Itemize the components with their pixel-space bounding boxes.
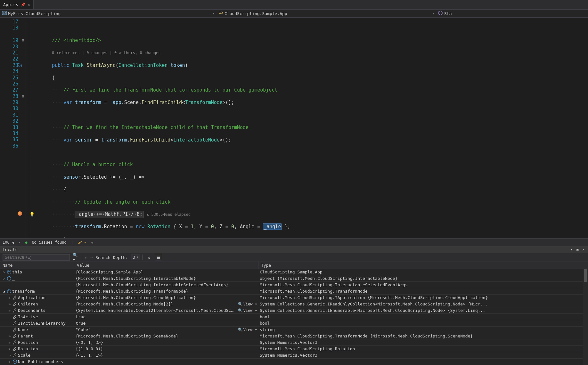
highlight-toggle-icon[interactable]: ▦ [155,254,162,261]
row-value: true [76,314,257,319]
brush-icon[interactable]: 🖌 ▾ [78,240,86,245]
row-type: System.Collections.Generic.IReadOnlyColl… [258,302,588,306]
tree-toggle-icon[interactable]: ⎋ [145,254,152,261]
row-name: Application [18,295,45,300]
locals-row[interactable]: ▷Non-Public members [0,359,588,365]
expander-icon[interactable]: ▷ [8,341,12,344]
locals-row[interactable]: ◢transform{Microsoft.Mesh.CloudScripting… [0,288,588,295]
expander-icon[interactable]: ▷ [8,360,12,363]
row-type: object {Microsoft.Mesh.CloudScripting.In… [258,276,588,281]
locals-row[interactable]: ▷Children{Microsoft.Mesh.CloudScripting.… [0,301,588,307]
wrench-icon [12,321,17,326]
expander-icon[interactable]: ▷ [8,309,12,312]
col-value-header[interactable]: Value [74,262,258,269]
locals-row[interactable]: ▷Application{Microsoft.Mesh.CloudScripti… [0,295,588,301]
pin-window-icon[interactable]: ▣ [576,247,580,252]
locals-row[interactable]: ▷this{CloudScripting.Sample.App}CloudScr… [0,269,588,275]
issues-text: No issues found [32,240,66,245]
locals-row[interactable]: ▷_{Microsoft.Mesh.CloudScripting.Interac… [0,275,588,282]
lightbulb-icon[interactable]: 💡 [29,211,35,217]
collapse-gutter[interactable]: ⊟ ⊟ [21,18,26,238]
locals-grid-header: Name Value Type [0,262,588,269]
locals-row[interactable]: ▷Parent{Microsoft.Mesh.CloudScripting.Sc… [0,333,588,339]
locals-row[interactable]: {Microsoft.Mesh.CloudScripting.Interacta… [0,282,588,288]
check-icon: ● [25,240,27,245]
wrench-icon [12,314,17,320]
locals-row[interactable]: ▷Position{<0, 1, 3>}System.Numerics.Vect… [0,339,588,346]
tab-bar: App.cs 📌 ✕ [0,0,588,10]
locals-row[interactable]: ▷Scale{<1, 1, 1>}System.Numerics.Vector3 [0,352,588,359]
col-name-header[interactable]: Name [0,262,74,269]
row-name: Descendants [18,308,45,313]
wrench-icon [12,302,17,307]
locals-row[interactable]: Name"Cube"🔍 View ▾string [0,327,588,333]
codelens[interactable]: 0 references | 0 changes | 0 authors, 0 … [52,50,588,56]
nav-left-icon[interactable]: ◀ [91,240,93,245]
cube-icon [6,270,12,275]
row-type: Microsoft.Mesh.CloudScripting.Rotation [258,346,588,351]
expander-icon[interactable]: ▷ [8,334,12,338]
row-value: {(1 0 0 0)} [76,346,257,351]
expander-icon[interactable]: ◢ [2,289,6,293]
locals-row[interactable]: ▷Descendants{System.Linq.Enumerable.Conc… [0,307,588,314]
forward-icon[interactable]: → [90,255,93,260]
expander-icon[interactable]: ▷ [8,302,12,306]
close-window-icon[interactable]: ✕ [581,247,585,252]
locals-body[interactable]: ▷this{CloudScripting.Sample.App}CloudScr… [0,269,588,365]
row-name: transform [12,289,35,294]
code-content[interactable]: /// <inheritdoc/> 0 references | 0 chang… [52,18,588,238]
row-name: Parent [18,334,33,338]
current-statement: _angle·+=·MathF.PI·/·8; [75,211,143,217]
col-type-header[interactable]: Type [258,262,588,269]
close-icon[interactable]: ✕ [28,3,30,7]
row-type: System.Numerics.Vector3 [258,353,588,358]
row-type: Microsoft.Mesh.CloudScripting.IApplicati… [258,295,588,300]
nav-project[interactable]: C# MyFirstCloudScripting ▾ [2,11,216,16]
nav-member-label: Sta [444,11,452,16]
locals-title: Locals [3,247,18,252]
row-value: {CloudScripting.Sample.App} [76,270,257,274]
row-name: Position [18,340,38,345]
row-type: bool [258,314,588,319]
nav-class[interactable]: CloudScripting.Sample.App ▾ [218,11,436,16]
expander-icon[interactable]: ▷ [2,277,6,280]
search-icon[interactable]: 🔍▾ [72,254,79,261]
locals-row[interactable]: IsActivetruebool [0,314,588,320]
zoom-chevron-icon[interactable]: ▾ [19,240,20,244]
row-name: Non-Public members [18,359,63,364]
view-dropdown[interactable]: 🔍 View ▾ [236,308,257,313]
cube-icon [12,359,17,364]
chevron-down-icon: ▾ [432,12,436,15]
chevron-down-icon: ▾ [213,12,216,15]
pin-icon[interactable]: 📌 [21,3,25,7]
nav-class-label: CloudScripting.Sample.App [225,11,287,16]
scrollbar[interactable] [583,269,588,365]
view-dropdown[interactable]: 🔍 View ▾ [236,302,257,306]
row-type: Microsoft.Mesh.CloudScripting.TransformN… [258,334,588,338]
row-value: {Microsoft.Mesh.CloudScripting.CloudAppl… [76,295,257,300]
row-value: {<1, 1, 1>} [76,353,257,358]
back-icon[interactable]: ← [85,255,87,260]
locals-row[interactable]: IsActiveInHierarchytruebool [0,320,588,327]
locals-search-input[interactable] [3,254,70,261]
locals-row[interactable]: ▷Rotation{(1 0 0 0)}Microsoft.Mesh.Cloud… [0,346,588,352]
file-tab[interactable]: App.cs 📌 ✕ [0,0,34,9]
row-value: {Microsoft.Mesh.CloudScripting.Node[2]} [76,302,236,306]
cube-icon [6,289,12,294]
row-type: string [258,327,588,332]
zoom-level[interactable]: 100 % [3,240,14,245]
nav-member[interactable]: Sta [438,11,586,16]
window-dropdown-icon[interactable]: ▾ [569,247,574,252]
row-value: {Microsoft.Mesh.CloudScripting.Interacta… [76,282,257,287]
expander-icon[interactable]: ▷ [8,353,12,357]
expander-icon[interactable]: ▷ [8,296,12,299]
depth-select[interactable]: 3 [131,255,140,260]
method-icon [438,11,443,16]
expander-icon[interactable]: ▷ [2,270,6,274]
code-editor[interactable]: 17 18 19 20 21 22 23 24 25 26 27 28 29 3… [0,18,588,238]
view-dropdown[interactable]: 🔍 View ▾ [236,328,257,332]
row-value: {Microsoft.Mesh.CloudScripting.Interacta… [76,276,257,281]
expander-icon[interactable]: ▷ [8,347,12,351]
row-value: {System.Linq.Enumerable.Concat2Iterator<… [76,308,236,313]
breakpoint-gutter[interactable] [0,18,6,238]
